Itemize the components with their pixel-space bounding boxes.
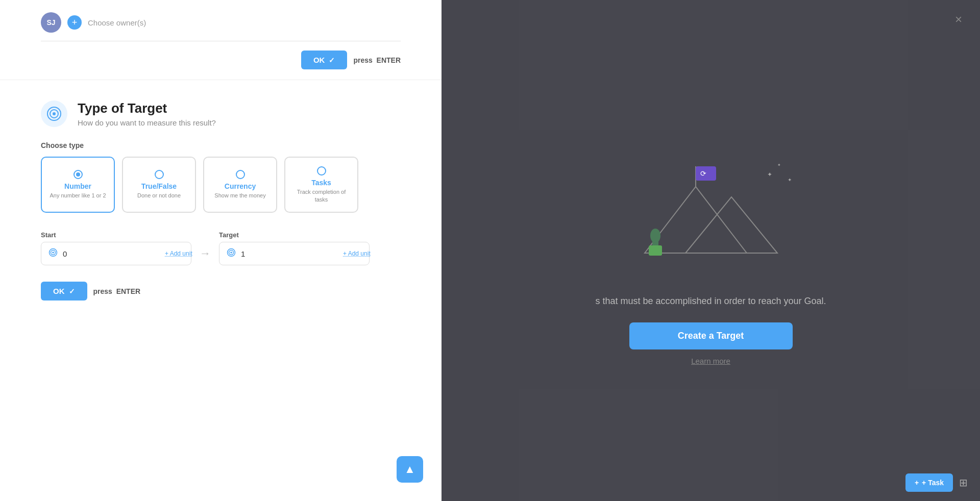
currency-radio-icon [236, 170, 245, 179]
svg-point-2 [53, 112, 56, 115]
tasks-card-desc: Track completion of tasks [291, 188, 351, 203]
start-label: Start [41, 231, 191, 239]
true-false-radio-icon [155, 170, 164, 179]
press-enter-hint-top: press ENTER [353, 56, 401, 64]
ok-row-bottom: OK ✓ press ENTER [41, 282, 401, 300]
grid-view-button[interactable]: ⊞ [959, 477, 968, 489]
type-card-true-false[interactable]: True/False Done or not done [122, 157, 196, 213]
arrow-icon: → [200, 247, 211, 265]
currency-card-desc: Show me the money [214, 192, 265, 199]
section-header: Type of Target How do you want to measur… [41, 101, 401, 127]
target-field-icon [227, 248, 236, 259]
number-radio-icon [74, 170, 83, 179]
target-label: Target [219, 231, 370, 239]
main-content: Type of Target How do you want to measur… [0, 80, 442, 321]
tasks-radio-icon [317, 166, 326, 176]
target-add-unit-button[interactable]: + Add unit [343, 250, 371, 257]
inputs-row: Start + Add unit → Target [41, 231, 401, 265]
true-false-card-desc: Done or not done [137, 192, 181, 199]
grid-icon: ⊞ [959, 477, 968, 488]
press-enter-hint-bottom: press ENTER [93, 287, 141, 295]
choose-type-label: Choose type [41, 141, 401, 149]
target-input-group: Target + Add unit [219, 231, 370, 265]
owner-placeholder[interactable]: Choose owner(s) [88, 18, 146, 27]
true-false-card-name: True/False [141, 182, 177, 190]
left-panel: SJ + Choose owner(s) OK ✓ press ENTER [0, 0, 442, 501]
svg-point-5 [52, 252, 54, 254]
target-input[interactable] [241, 249, 338, 258]
target-field[interactable]: + Add unit [219, 242, 370, 265]
chevron-up-icon: ▲ [404, 463, 415, 476]
add-task-button[interactable]: + + Task [905, 473, 953, 492]
close-button[interactable]: × [949, 10, 968, 29]
svg-point-13 [650, 229, 660, 243]
avatar: SJ [41, 12, 61, 33]
checkmark-icon-bottom: ✓ [69, 287, 75, 295]
type-cards-container: Number Any number like 1 or 2 True/False… [41, 157, 401, 213]
tasks-card-name: Tasks [311, 179, 331, 187]
scroll-up-button[interactable]: ▲ [397, 456, 423, 483]
ok-button-top[interactable]: OK ✓ [301, 51, 348, 69]
illustration: ⟳ ✦ ✦ ✦ [614, 136, 808, 279]
section-subtitle: How do you want to measure this result? [78, 118, 216, 127]
learn-more-link[interactable]: Learn more [691, 357, 730, 365]
create-target-button[interactable]: Create a Target [629, 322, 793, 349]
bottom-right-bar: + + Task ⊞ [905, 473, 968, 492]
svg-rect-14 [649, 245, 662, 256]
start-add-unit-button[interactable]: + Add unit [165, 250, 192, 257]
type-card-tasks[interactable]: Tasks Track completion of tasks [284, 157, 358, 213]
type-card-number[interactable]: Number Any number like 1 or 2 [41, 157, 115, 213]
target-type-icon [41, 101, 67, 127]
owner-row: SJ + Choose owner(s) [41, 12, 401, 41]
owner-section: SJ + Choose owner(s) OK ✓ press ENTER [0, 0, 442, 80]
checkmark-icon: ✓ [329, 56, 335, 64]
svg-text:✦: ✦ [777, 163, 781, 167]
start-input[interactable] [63, 249, 160, 258]
number-card-desc: Any number like 1 or 2 [50, 192, 106, 199]
svg-point-8 [230, 252, 232, 254]
svg-text:⟳: ⟳ [700, 169, 706, 178]
right-body-text: s that must be accomplished in order to … [595, 294, 826, 309]
type-card-currency[interactable]: Currency Show me the money [203, 157, 277, 213]
start-target-icon [48, 248, 58, 259]
section-title: Type of Target [78, 101, 216, 116]
add-owner-button[interactable]: + [67, 15, 82, 30]
plus-icon: + [915, 479, 919, 487]
start-input-group: Start + Add unit [41, 231, 191, 265]
ok-button-bottom[interactable]: OK ✓ [41, 282, 87, 300]
ok-row-top: OK ✓ press ENTER [41, 41, 401, 69]
number-card-name: Number [64, 182, 91, 190]
right-panel: × ⟳ ✦ ✦ ✦ [442, 0, 980, 501]
currency-card-name: Currency [225, 182, 256, 190]
svg-text:✦: ✦ [767, 171, 772, 178]
svg-text:✦: ✦ [788, 177, 792, 183]
start-field[interactable]: + Add unit [41, 242, 191, 265]
